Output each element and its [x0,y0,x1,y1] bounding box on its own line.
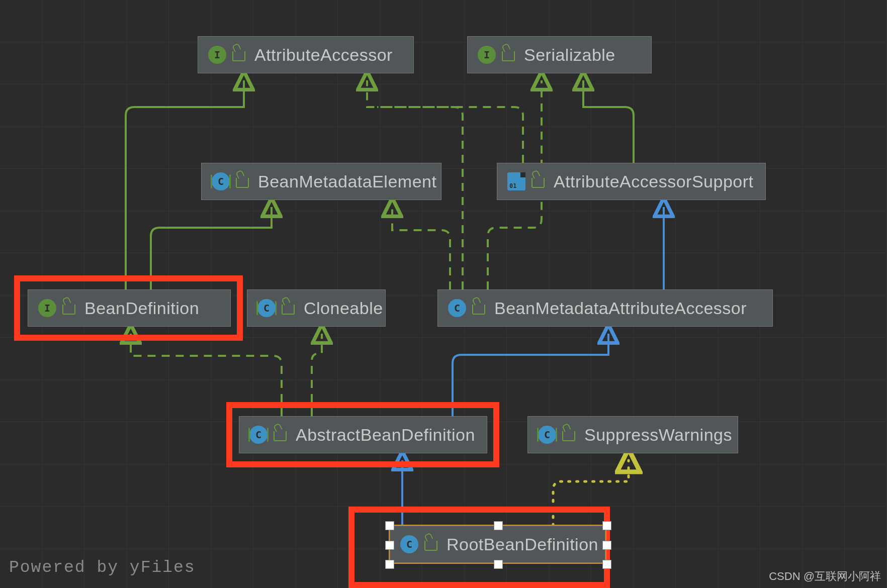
lock-icon [282,305,295,315]
node-label: AttributeAccessorSupport [554,172,754,191]
resize-handle[interactable] [602,541,611,550]
node-cloneable[interactable]: C Cloneable [247,289,386,327]
node-label: SuppressWarnings [584,425,732,445]
lock-icon [502,51,515,61]
node-label: BeanDefinition [84,299,199,318]
interface-icon: I [478,46,496,64]
node-beandefinition[interactable]: I BeanDefinition [28,289,231,327]
node-beanmetadataattributeaccessor[interactable]: C BeanMetadataAttributeAccessor [437,289,773,327]
resize-handle[interactable] [494,521,503,530]
node-attributeaccessor[interactable]: I AttributeAccessor [198,36,414,73]
interface-icon: I [208,46,226,64]
class-icon: C [212,172,230,190]
watermark: CSDN @互联网小阿祥 [769,569,881,584]
node-abstractbeandefinition[interactable]: C AbstractBeanDefinition [239,416,487,453]
resize-handle[interactable] [494,560,503,569]
resize-handle[interactable] [385,560,394,569]
node-label: BeanMetadataElement [258,172,436,191]
class-icon: C [400,535,418,553]
class-icon: C [448,299,466,317]
class-icon: C [249,426,268,444]
node-label: BeanMetadataAttributeAccessor [494,299,747,318]
node-label: Serializable [524,45,615,65]
lock-icon [62,305,75,315]
node-beanmetadataelement[interactable]: C BeanMetadataElement [201,163,441,200]
interface-icon: I [38,299,56,317]
lock-icon [232,51,245,61]
lock-icon [236,178,249,188]
lock-icon [424,541,437,551]
class-icon: C [538,426,556,444]
resize-handle[interactable] [602,521,611,530]
node-suppresswarnings[interactable]: C SuppressWarnings [527,416,738,453]
lock-icon [562,431,575,441]
resize-handle[interactable] [385,541,394,550]
node-label: AbstractBeanDefinition [296,425,475,445]
class-icon: C [257,299,276,317]
powered-by-label: Powered by yFiles [9,558,196,577]
node-label: AttributeAccessor [254,45,393,65]
lock-icon [531,178,545,188]
resize-handle[interactable] [602,560,611,569]
lock-icon [274,431,287,441]
node-rootbeandefinition[interactable]: C RootBeanDefinition [390,526,605,563]
file-icon [507,172,525,190]
lock-icon [472,305,485,315]
node-serializable[interactable]: I Serializable [467,36,652,73]
resize-handle[interactable] [385,521,394,530]
node-label: Cloneable [304,299,383,318]
node-attributeaccessorsupport[interactable]: AttributeAccessorSupport [497,163,766,200]
node-label: RootBeanDefinition [447,535,598,554]
